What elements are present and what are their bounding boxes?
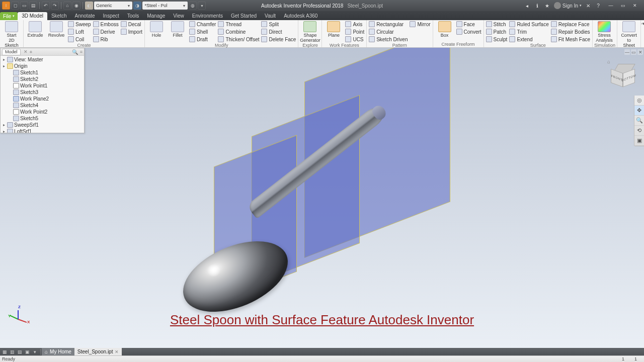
cmd-split[interactable]: Split — [261, 21, 296, 28]
cmd-trim[interactable]: Trim — [509, 28, 549, 35]
cmd-draft[interactable]: Draft — [189, 36, 216, 43]
cmd-thread[interactable]: Thread — [217, 21, 260, 28]
cmd-decal[interactable]: Decal — [120, 21, 143, 28]
tab-autodesk-a360[interactable]: Autodesk A360 — [280, 12, 321, 20]
cmd-extrude[interactable]: Extrude — [25, 21, 45, 38]
doctab-icon-2[interactable]: ▥ — [9, 348, 16, 355]
cmd-fillet[interactable]: Fillet — [168, 21, 188, 38]
doctab-icon-4[interactable]: ▣ — [24, 348, 31, 355]
tab-file[interactable]: File▾ — [0, 12, 18, 20]
cmd-hole[interactable]: Hole — [146, 21, 167, 38]
cmd-combine[interactable]: Combine — [217, 28, 260, 35]
info-icon[interactable]: ℹ — [534, 2, 541, 9]
tree-node-work-plane2[interactable]: Work Plane2 — [1, 96, 84, 102]
doctab-icon-1[interactable]: ▦ — [1, 348, 8, 355]
cmd-patch[interactable]: Patch — [486, 28, 508, 35]
exchange-icon[interactable]: ✕ — [585, 2, 592, 9]
model-tree[interactable]: ▸View: Master▸OriginSketch1Sketch2Work P… — [1, 56, 84, 133]
cmd-loft[interactable]: Loft — [67, 28, 92, 35]
cmd-face[interactable]: Face — [456, 21, 482, 28]
cmd-revolve[interactable]: Revolve — [46, 21, 66, 38]
qat-dropdown-icon[interactable]: ▼ — [198, 2, 206, 10]
tab-view[interactable]: View — [169, 12, 188, 20]
help-icon[interactable]: ? — [595, 2, 602, 9]
cmd-chamfer[interactable]: Chamfer — [189, 21, 216, 28]
appearance-adjust-icon[interactable]: ◍ — [189, 2, 197, 10]
cmd-box[interactable]: Box — [435, 21, 455, 38]
cmd-emboss[interactable]: Emboss — [93, 21, 119, 28]
vp-max-icon[interactable]: ▭ — [631, 49, 636, 55]
tab-sketch[interactable]: Sketch — [47, 12, 71, 20]
cmd-import[interactable]: Import — [120, 28, 143, 35]
search-back-icon[interactable]: ◂ — [524, 2, 531, 9]
nav-orbit-icon[interactable]: ⟲ — [634, 126, 644, 136]
appearance-icon[interactable]: ◑ — [133, 2, 141, 10]
doctab-home[interactable]: ⌂ My Home — [42, 348, 74, 355]
vp-close-icon[interactable]: ✕ — [637, 49, 643, 55]
viewport-3d[interactable]: — ▭ ✕ ⌂ FRONT BOTTOM ◎ ✥ 🔍 ⟲ ▣ — [0, 48, 644, 348]
doctab-icon-5[interactable]: ▾ — [31, 348, 38, 355]
appearance-combo[interactable]: *Steel - Pol▼ — [142, 2, 188, 10]
cmd-rib[interactable]: Rib — [93, 36, 119, 43]
cmd-point[interactable]: Point — [345, 28, 365, 35]
tree-node-origin[interactable]: ▸Origin — [1, 63, 84, 69]
cmd-derive[interactable]: Derive — [93, 28, 119, 35]
tree-node-sketch3[interactable]: Sketch3 — [1, 89, 84, 96]
home-icon[interactable]: ⌂ — [63, 2, 71, 10]
new-icon[interactable]: ◻ — [11, 2, 19, 10]
tree-node-work-point1[interactable]: Work Point1 — [1, 82, 84, 89]
cmd-sketch-driven[interactable]: Sketch Driven — [368, 36, 408, 43]
minimize-button[interactable]: — — [605, 2, 617, 10]
tree-twisty-icon[interactable]: ▸ — [2, 57, 6, 62]
browser-search-icon[interactable]: 🔍 — [72, 49, 78, 55]
save-icon[interactable]: ▤ — [29, 2, 37, 10]
tab-tools[interactable]: Tools — [123, 12, 143, 20]
nav-lookat-icon[interactable]: ▣ — [634, 136, 644, 146]
cmd-shape-generator[interactable]: ShapeGenerator — [300, 21, 320, 43]
cmd-thicken-offset[interactable]: Thicken/ Offset — [217, 36, 260, 43]
cmd-replace-face[interactable]: Replace Face — [550, 21, 591, 28]
nav-wheel-icon[interactable]: ◎ — [634, 96, 644, 106]
cmd-fit-mesh-face[interactable]: Fit Mesh Face — [550, 36, 591, 43]
cmd-ruled-surface[interactable]: Ruled Surface — [509, 21, 549, 28]
tab-get-started[interactable]: Get Started — [227, 12, 261, 20]
browser-tab[interactable]: Model — [2, 49, 21, 55]
cmd-extend[interactable]: Extend — [509, 36, 549, 43]
tab-3d-model[interactable]: 3D Model — [18, 12, 47, 20]
tree-node-sketch4[interactable]: Sketch4 — [1, 102, 84, 109]
browser-menu-icon[interactable]: ≡ — [80, 49, 83, 54]
doctab-icon-3[interactable]: ▤ — [16, 348, 23, 355]
vp-min-icon[interactable]: — — [624, 49, 630, 55]
doctab-close-icon[interactable]: ✕ — [115, 349, 119, 354]
view-cube[interactable]: ⌂ FRONT BOTTOM — [607, 63, 635, 90]
tree-node-sketch5[interactable]: Sketch5 — [1, 115, 84, 122]
app-menu-icon[interactable]: I — [2, 2, 10, 10]
cmd-convert[interactable]: Convert — [456, 28, 482, 35]
cmd-circular[interactable]: Circular — [368, 28, 408, 35]
tree-node-work-point2[interactable]: Work Point2 — [1, 109, 84, 115]
tab-inspect[interactable]: Inspect — [99, 12, 123, 20]
tree-twisty-icon[interactable]: ▸ — [2, 129, 6, 133]
doctab-active[interactable]: Steel_Spoon.ipt✕ — [74, 348, 122, 355]
material-combo[interactable]: Generic▼ — [94, 2, 132, 10]
cmd-start-2d-sketch[interactable]: Start2D Sketch — [2, 21, 22, 48]
open-icon[interactable]: ▭ — [20, 2, 28, 10]
tree-twisty-icon[interactable]: ▸ — [2, 123, 6, 127]
maximize-button[interactable]: ▭ — [617, 2, 629, 10]
cmd-rectangular[interactable]: Rectangular — [368, 21, 408, 28]
cmd-repair-bodies[interactable]: Repair Bodies — [550, 28, 591, 35]
tab-vault[interactable]: Vault — [261, 12, 280, 20]
cmd-stitch[interactable]: Stitch — [486, 21, 508, 28]
star-icon[interactable]: ★ — [544, 2, 551, 9]
undo-icon[interactable]: ↶ — [42, 2, 50, 10]
cmd-coil[interactable]: Coil — [67, 36, 92, 43]
ribbon-collapse-icon[interactable]: ◦▾ — [641, 21, 644, 26]
tab-manage[interactable]: Manage — [143, 12, 169, 20]
cmd-stress-analysis[interactable]: StressAnalysis — [594, 21, 614, 43]
tree-node-sketch2[interactable]: Sketch2 — [1, 76, 84, 82]
cmd-sculpt[interactable]: Sculpt — [486, 36, 508, 43]
cmd-delete-face[interactable]: Delete Face — [261, 36, 296, 43]
browser-tab-close-icon[interactable]: ✕ — [24, 49, 28, 54]
tree-node-loftsrf1[interactable]: ▸LoftSrf1 — [1, 128, 84, 133]
cmd-direct[interactable]: Direct — [261, 28, 296, 35]
